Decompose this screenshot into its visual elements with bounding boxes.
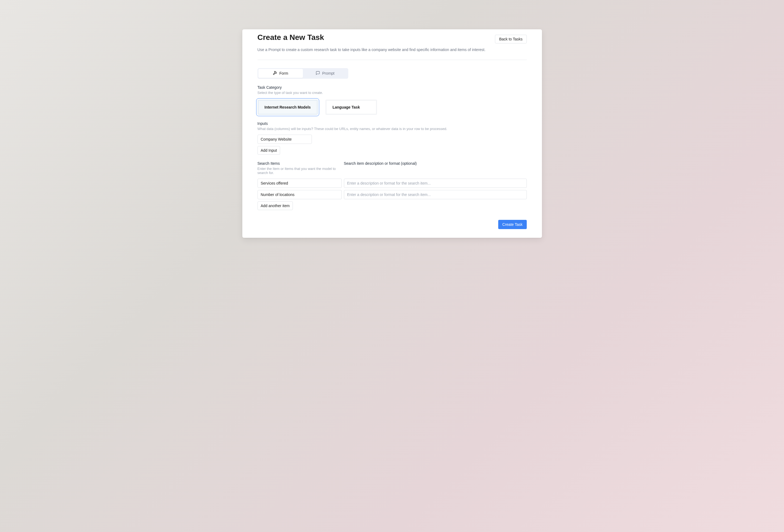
search-desc-input[interactable] [344, 179, 527, 188]
create-task-button[interactable]: Create Task [498, 220, 527, 229]
category-language-task[interactable]: Language Task [326, 99, 377, 115]
inputs-list: Add Input [257, 135, 527, 155]
inputs-label: Inputs [257, 121, 527, 126]
hammer-icon [273, 71, 277, 76]
message-icon [316, 71, 320, 76]
search-row [257, 179, 527, 188]
tab-prompt[interactable]: Prompt [303, 69, 347, 78]
search-items-hint: Enter the Item or Items that you want th… [257, 167, 342, 175]
header-row: Create a New Task Back to Tasks [257, 33, 527, 43]
search-row [257, 190, 527, 199]
form-prompt-toggle: Form Prompt [257, 68, 348, 79]
task-card: Create a New Task Back to Tasks Use a Pr… [242, 29, 542, 238]
search-desc-label: Search item description or format (optio… [344, 161, 527, 166]
search-desc-input[interactable] [344, 190, 527, 199]
search-items-label: Search Items [257, 161, 342, 166]
page-title: Create a New Task [257, 33, 324, 42]
search-header-row: Search Items Enter the Item or Items tha… [257, 161, 527, 175]
category-options: Internet Research Models Language Task [257, 99, 527, 115]
add-search-item-button[interactable]: Add another item [257, 201, 293, 210]
category-label: Task Category [257, 85, 527, 90]
page-description: Use a Prompt to create a custom research… [257, 47, 527, 53]
footer-row: Create Task [257, 220, 527, 229]
tab-form-label: Form [279, 71, 288, 76]
search-item-input[interactable] [257, 190, 342, 199]
category-internet-research[interactable]: Internet Research Models [257, 99, 318, 115]
search-item-input[interactable] [257, 179, 342, 188]
search-rows [257, 179, 527, 199]
inputs-hint: What data (columns) will be inputs? Thes… [257, 127, 527, 131]
category-section: Task Category Select the type of task yo… [257, 85, 527, 115]
add-input-button[interactable]: Add Input [257, 146, 280, 155]
input-field[interactable] [257, 135, 312, 144]
tab-prompt-label: Prompt [322, 71, 334, 76]
divider [257, 60, 527, 60]
back-to-tasks-button[interactable]: Back to Tasks [495, 35, 527, 43]
tab-form[interactable]: Form [258, 69, 303, 78]
inputs-section: Inputs What data (columns) will be input… [257, 121, 527, 155]
category-hint: Select the type of task you want to crea… [257, 91, 527, 95]
